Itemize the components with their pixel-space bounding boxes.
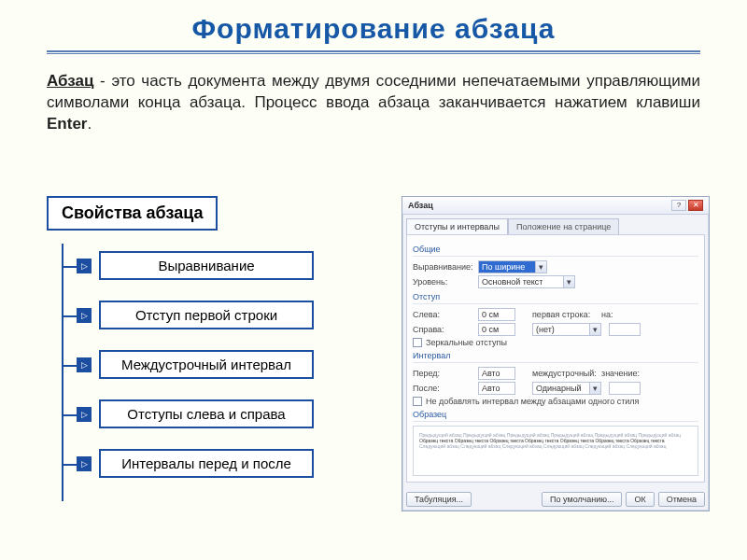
tree-connector: [62, 414, 77, 416]
chevron-down-icon[interactable]: ▾: [589, 383, 600, 394]
definition-term: Абзац: [47, 72, 93, 90]
group-general-label: Общие: [413, 245, 698, 254]
before-label: Перед:: [413, 369, 474, 378]
after-label: После:: [413, 384, 474, 393]
property-label: Отступы слева и справа: [99, 399, 314, 428]
properties-heading: Свойства абзаца: [47, 196, 218, 231]
tree-connector: [62, 315, 77, 317]
help-button[interactable]: ?: [671, 200, 686, 211]
dialog-titlebar: Абзац ? ✕: [402, 197, 709, 215]
align-label: Выравнивание:: [413, 262, 474, 272]
tabs-button[interactable]: Табуляция...: [406, 492, 472, 507]
no-add-label: Не добавлять интервал между абзацами одн…: [426, 397, 639, 406]
chevron-down-icon[interactable]: ▾: [589, 324, 600, 335]
tree-connector: [62, 365, 77, 367]
line-spacing-combo[interactable]: Одинарный ▾: [532, 382, 601, 395]
value-label: значение:: [601, 369, 639, 378]
indent-right-label: Справа:: [413, 325, 474, 334]
bullet-icon: ▷: [77, 456, 92, 471]
tree-connector: [62, 464, 77, 466]
align-value: По ширине: [479, 261, 535, 273]
definition-tail: .: [87, 115, 92, 133]
after-input[interactable]: Авто: [478, 382, 515, 395]
preview-box: Предыдущий абзац Предыдущий абзац Предыд…: [413, 426, 698, 476]
level-combo[interactable]: Основной текст ▾: [478, 275, 575, 288]
tab-indents[interactable]: Отступы и интервалы: [406, 218, 508, 234]
line-spacing-value-input[interactable]: [609, 382, 641, 395]
bullet-icon: ▷: [77, 259, 92, 273]
line-spacing-value: Одинарный: [533, 383, 589, 394]
tree-connector: [62, 266, 77, 268]
slide-title: Форматирование абзаца: [0, 0, 747, 45]
mirror-checkbox[interactable]: [413, 338, 422, 347]
indent-left-input[interactable]: 0 см: [478, 308, 515, 321]
chevron-down-icon[interactable]: ▾: [563, 276, 574, 287]
by-label: на:: [601, 310, 618, 319]
definition-key: Enter: [47, 115, 87, 133]
ok-button[interactable]: ОК: [626, 492, 654, 507]
cancel-button[interactable]: Отмена: [658, 492, 705, 507]
title-underline: [47, 50, 700, 54]
indent-right-input[interactable]: 0 см: [478, 323, 515, 336]
property-label: Отступ первой строки: [99, 301, 314, 329]
line-spacing-label: междустрочный:: [532, 369, 598, 378]
bullet-icon: ▷: [77, 308, 92, 323]
definition-body: - это часть документа между двумя соседн…: [47, 72, 700, 111]
default-button[interactable]: По умолчанию...: [542, 492, 622, 507]
first-line-value: (нет): [533, 324, 589, 335]
tab-page-position[interactable]: Положение на странице: [508, 218, 619, 234]
chevron-down-icon[interactable]: ▾: [535, 261, 546, 273]
indent-left-label: Слева:: [413, 310, 474, 319]
no-add-checkbox[interactable]: [413, 397, 422, 406]
align-combo[interactable]: По ширине ▾: [478, 260, 547, 273]
close-button[interactable]: ✕: [688, 200, 703, 211]
first-line-label: первая строка:: [532, 310, 598, 319]
property-label: Междустрочный интервал: [99, 350, 314, 379]
property-label: Выравнивание: [99, 251, 314, 280]
property-label: Интервалы перед и после: [99, 449, 314, 478]
dialog-title: Абзац: [408, 201, 433, 210]
before-input[interactable]: Авто: [478, 367, 515, 380]
definition-paragraph: Абзац - это часть документа между двумя …: [47, 71, 700, 135]
bullet-icon: ▷: [77, 357, 92, 372]
preview-line: Следующий абзац Следующий абзац Следующи…: [419, 443, 692, 449]
group-indent-label: Отступ: [413, 292, 698, 301]
level-label: Уровень:: [413, 277, 474, 287]
level-value: Основной текст: [479, 276, 563, 287]
first-line-combo[interactable]: (нет) ▾: [532, 323, 601, 336]
group-spacing-label: Интервал: [413, 351, 698, 360]
bullet-icon: ▷: [77, 407, 92, 422]
group-preview-label: Образец: [413, 410, 698, 419]
paragraph-dialog: Абзац ? ✕ Отступы и интервалы Положение …: [402, 196, 710, 511]
first-line-by-input[interactable]: [609, 323, 641, 336]
mirror-label: Зеркальные отступы: [426, 338, 507, 347]
